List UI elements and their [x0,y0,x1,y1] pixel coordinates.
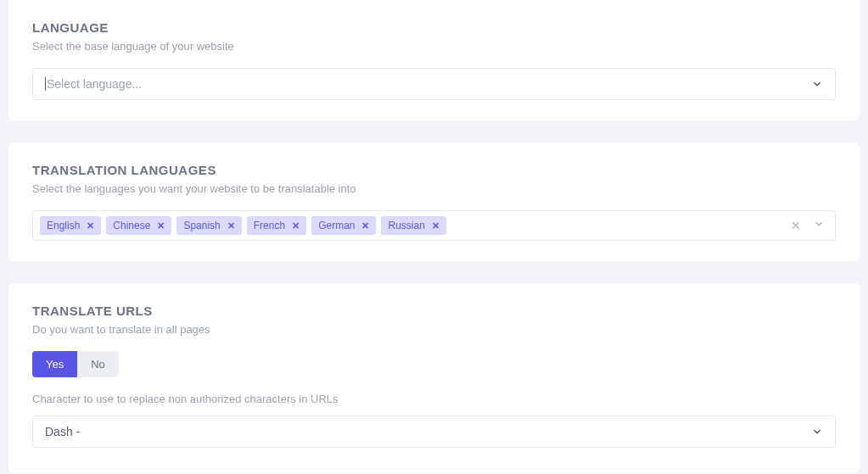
language-chip: German✕ [311,216,376,235]
chevron-down-icon [811,78,823,90]
chip-label: Russian [388,220,424,231]
urls-card: TRANSLATE URLS Do you want to translate … [8,283,860,473]
language-subtitle: Select the base language of your website [32,40,836,53]
chip-remove-icon[interactable]: ✕ [87,220,94,231]
chip-remove-icon[interactable]: ✕ [432,220,440,231]
language-select[interactable]: Select language... [32,68,836,100]
chip-remove-icon[interactable]: ✕ [227,220,235,231]
chips-container: English✕Chinese✕Spanish✕French✕German✕Ru… [40,216,446,235]
clear-all-icon[interactable]: ✕ [791,219,801,232]
chip-label: English [47,220,80,231]
char-select-value: Dash - [45,425,80,438]
language-chip: French✕ [247,216,306,235]
chip-label: Spanish [183,220,220,231]
no-button[interactable]: No [77,351,119,377]
chip-remove-icon[interactable]: ✕ [361,220,369,231]
language-select-placeholder: Select language... [45,77,142,91]
language-chip: Chinese✕ [106,216,171,235]
chip-remove-icon[interactable]: ✕ [157,220,165,231]
chip-remove-icon[interactable]: ✕ [292,220,300,231]
yes-button[interactable]: Yes [32,351,77,377]
language-chip: Russian✕ [381,216,445,235]
language-title: LANGUAGE [32,20,836,35]
language-card: LANGUAGE Select the base language of you… [8,0,860,120]
chevron-down-icon [811,426,823,438]
char-select[interactable]: Dash - [32,415,836,448]
urls-subtitle: Do you want to translate in all pages [32,323,836,336]
chevron-down-icon[interactable] [813,218,825,233]
chip-label: French [254,220,285,231]
chip-label: German [318,220,355,231]
multiselect-controls: ✕ [791,218,828,233]
urls-title: TRANSLATE URLS [32,304,836,318]
translate-toggle: Yes No [32,351,119,377]
translation-title: TRANSLATION LANGUAGES [32,163,836,177]
chip-label: Chinese [113,220,150,231]
translation-multiselect[interactable]: English✕Chinese✕Spanish✕French✕German✕Ru… [32,210,836,241]
language-chip: Spanish✕ [176,216,241,235]
char-label: Character to use to replace non authoriz… [32,393,836,405]
translation-card: TRANSLATION LANGUAGES Select the languag… [8,142,860,261]
translation-subtitle: Select the languages you want your websi… [32,182,836,195]
language-chip: English✕ [40,216,101,235]
